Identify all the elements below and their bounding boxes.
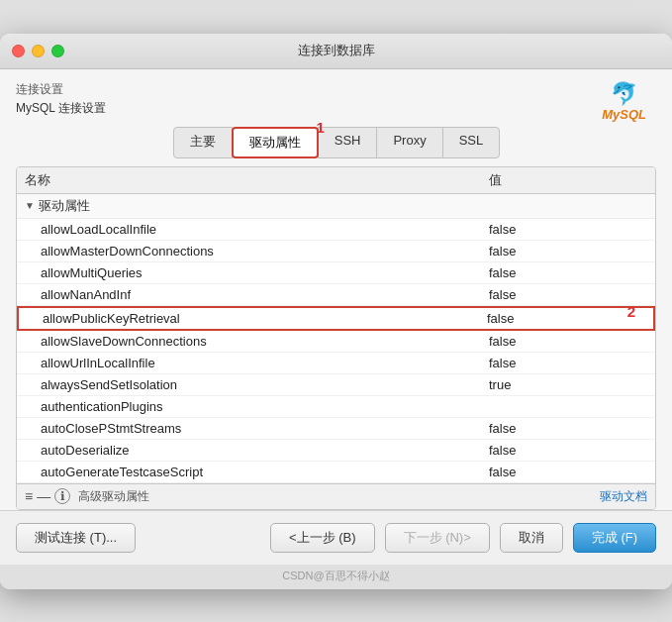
footer: 测试连接 (T)... <上一步 (B) 下一步 (N)> 取消 完成 (F) [0, 510, 672, 565]
close-button[interactable] [12, 45, 25, 57]
next-button[interactable]: 下一步 (N)> [385, 523, 490, 553]
table-row[interactable]: allowNanAndInf false [17, 284, 655, 306]
driver-docs-link[interactable]: 驱动文档 [600, 488, 647, 505]
group-arrow-icon: ▼ [25, 200, 35, 211]
tab-ssl[interactable]: SSL [442, 127, 501, 158]
content-area: 🐬 MySQL 连接设置 MySQL 连接设置 1 主要 驱动属性 SSH Pr… [0, 69, 672, 510]
footer-right-buttons: <上一步 (B) 下一步 (N)> 取消 完成 (F) [270, 523, 656, 553]
window-title: 连接到数据库 [298, 42, 375, 59]
table-row[interactable]: alwaysSendSetIsolation true [17, 374, 655, 396]
properties-table: 名称 值 2 ▼ 驱动属性 allowLoadLocalInfile false… [16, 166, 656, 510]
table-row[interactable]: autoDeserialize false [17, 440, 655, 462]
cancel-button[interactable]: 取消 [500, 523, 563, 553]
mysql-dolphin: 🐬 [611, 81, 637, 107]
list-icon[interactable]: ≡ [25, 488, 33, 504]
tab-bar: 主要 驱动属性 SSH Proxy SSL [173, 127, 500, 158]
bottom-icons: ≡ — ℹ 高级驱动属性 [25, 488, 149, 505]
table-row[interactable]: allowMultiQueries false [17, 262, 655, 284]
tab-main[interactable]: 主要 [173, 127, 233, 158]
table-row[interactable]: allowLoadLocalInfile false [17, 219, 655, 241]
table-row[interactable]: allowMasterDownConnections false [17, 241, 655, 262]
info-icon[interactable]: ℹ [54, 488, 70, 504]
group-row: ▼ 驱动属性 [17, 194, 655, 219]
group-label: 驱动属性 [39, 197, 90, 215]
bottom-bar: ≡ — ℹ 高级驱动属性 驱动文档 [17, 483, 655, 509]
tab-driver[interactable]: 驱动属性 [232, 127, 319, 158]
titlebar: 连接到数据库 [0, 34, 672, 69]
tabs-wrapper: 1 主要 驱动属性 SSH Proxy SSL [16, 127, 656, 158]
header-name: 名称 [25, 171, 489, 189]
section-sublabel: MySQL 连接设置 [16, 100, 656, 117]
section-label: 连接设置 [16, 81, 656, 98]
finish-button[interactable]: 完成 (F) [573, 523, 656, 553]
table-row[interactable]: authenticationPlugins [17, 396, 655, 418]
table-row[interactable]: allowUrlInLocalInfile false [17, 353, 655, 374]
header-value: 值 [489, 171, 647, 189]
advanced-label: 高级驱动属性 [78, 488, 149, 505]
prev-button[interactable]: <上一步 (B) [270, 523, 375, 553]
tab-proxy[interactable]: Proxy [376, 127, 442, 158]
tab-ssh[interactable]: SSH [318, 127, 378, 158]
table-row[interactable]: autoGenerateTestcaseScript false [17, 462, 655, 483]
table-row[interactable]: autoClosePStmtStreams false [17, 418, 655, 440]
table-row[interactable]: allowSlaveDownConnections false [17, 331, 655, 353]
minus-icon[interactable]: — [37, 488, 50, 504]
mysql-logo: 🐬 MySQL [602, 81, 646, 122]
window-controls [12, 45, 64, 57]
table-row-highlighted[interactable]: allowPublicKeyRetrieval false [17, 306, 655, 331]
mysql-text: MySQL [602, 107, 646, 122]
table-body[interactable]: 2 ▼ 驱动属性 allowLoadLocalInfile false allo… [17, 194, 655, 483]
test-connection-button[interactable]: 测试连接 (T)... [16, 523, 136, 553]
main-window: 连接到数据库 🐬 MySQL 连接设置 MySQL 连接设置 1 主要 驱动属性… [0, 34, 672, 589]
table-header: 名称 值 [17, 167, 655, 194]
watermark: CSDN@百思不得小赵 [0, 565, 672, 589]
maximize-button[interactable] [51, 45, 64, 57]
minimize-button[interactable] [32, 45, 45, 57]
header-area: 🐬 MySQL 连接设置 MySQL 连接设置 1 主要 驱动属性 SSH Pr… [16, 81, 656, 158]
